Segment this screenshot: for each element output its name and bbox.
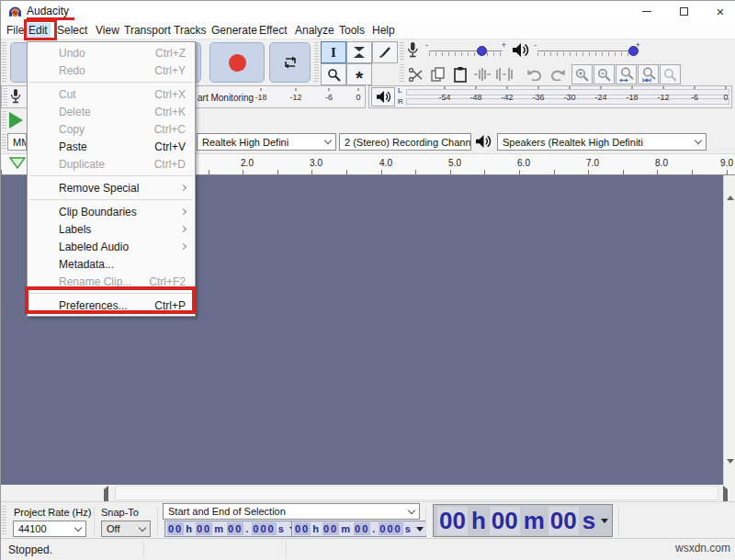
menuitem-preferences[interactable]: Preferences... Ctrl+P xyxy=(28,297,195,314)
scroll-up-icon[interactable] xyxy=(727,180,734,196)
time-digits[interactable]: 00 xyxy=(548,507,579,535)
zoom-in-button[interactable] xyxy=(571,64,593,84)
menuitem-label: Paste xyxy=(59,140,87,153)
menuitem-rename-clip[interactable]: Rename Clip... Ctrl+F2 xyxy=(28,273,195,290)
menuitem-labeled-audio[interactable]: Labeled Audio xyxy=(28,238,195,255)
zoom-in-icon xyxy=(575,68,589,82)
menu-analyze[interactable]: Analyze xyxy=(292,23,337,39)
menu-generate[interactable]: Generate xyxy=(209,23,260,39)
menu-select[interactable]: Select xyxy=(54,23,90,39)
trim-audio-button[interactable] xyxy=(471,64,492,84)
play-at-speed-button[interactable] xyxy=(9,112,23,129)
paste-button[interactable] xyxy=(449,64,470,84)
zoom-out-button[interactable] xyxy=(594,64,615,84)
time-digits[interactable]: 00 xyxy=(196,522,212,535)
playback-volume-knob[interactable] xyxy=(628,46,639,56)
scroll-down-icon[interactable] xyxy=(727,464,734,480)
time-digits[interactable]: 00 xyxy=(167,522,184,535)
menu-view[interactable]: View xyxy=(93,23,122,39)
audio-host-select[interactable]: MME xyxy=(7,133,27,151)
playback-meter-speaker-button[interactable] xyxy=(371,87,395,106)
selection-end-field[interactable]: 00 h 00 m 00 . 000 s xyxy=(291,521,426,537)
menuitem-redo[interactable]: Redo Ctrl+Y xyxy=(28,62,195,79)
field-dropdown-icon[interactable] xyxy=(416,527,424,532)
monitoring-label[interactable]: art Monitoring xyxy=(198,93,254,103)
loop-button[interactable] xyxy=(269,42,311,83)
menuitem-paste[interactable]: Paste Ctrl+V xyxy=(28,138,195,155)
close-button[interactable]: × xyxy=(705,1,735,21)
time-digits[interactable]: 000 xyxy=(252,522,276,535)
menuitem-remove-special[interactable]: Remove Special xyxy=(28,179,195,196)
selection-tool-button[interactable]: I xyxy=(321,41,346,63)
time-digits[interactable]: 00 xyxy=(322,522,339,535)
silence-audio-button[interactable] xyxy=(493,64,514,84)
meter-tick-label: -24 xyxy=(594,93,606,102)
time-digits[interactable]: 00 xyxy=(294,522,311,535)
pencil-icon xyxy=(379,46,391,59)
meter-tick-label: -30 xyxy=(563,93,575,102)
device-toolbar-grip[interactable] xyxy=(2,134,6,151)
menuitem-duplicate[interactable]: Duplicate Ctrl+D xyxy=(28,155,195,173)
menu-transport[interactable]: Transport xyxy=(121,23,174,39)
draw-tool-button[interactable] xyxy=(372,41,398,63)
play-at-speed-grip[interactable] xyxy=(2,111,6,129)
vertical-scrollbar[interactable] xyxy=(723,175,735,485)
time-digits[interactable]: 00 xyxy=(437,507,468,535)
menu-effect[interactable]: Effect xyxy=(256,23,289,39)
menu-tools[interactable]: Tools xyxy=(336,23,368,39)
menuitem-label: Duplicate xyxy=(59,158,105,171)
time-digits[interactable]: 000 xyxy=(379,522,402,535)
menu-help[interactable]: Help xyxy=(369,23,398,39)
zoom-selection-button[interactable] xyxy=(616,64,637,84)
selection-toolbar-grip[interactable] xyxy=(2,506,6,535)
playback-device-select[interactable]: Speakers (Realtek High Definiti xyxy=(497,133,707,151)
menuitem-cut[interactable]: Cut Ctrl+X xyxy=(28,85,195,103)
menuitem-copy[interactable]: Copy Ctrl+C xyxy=(28,120,195,138)
selection-mode-select[interactable]: Start and End of Selection xyxy=(163,503,420,520)
redo-button[interactable] xyxy=(547,64,570,84)
copy-button[interactable] xyxy=(427,64,448,84)
transport-toolbar-grip[interactable] xyxy=(2,42,6,83)
recording-device-select[interactable]: Realtek High Defini xyxy=(197,133,336,151)
envelope-tool-button[interactable] xyxy=(346,41,372,63)
tools-toolbar-grip[interactable] xyxy=(314,42,319,83)
edit-toolbar-grip[interactable] xyxy=(400,64,404,83)
menuitem-metadata[interactable]: Metadata... xyxy=(28,255,195,273)
playback-volume-slider[interactable]: - + xyxy=(534,39,640,62)
zoom-toggle-button[interactable] xyxy=(660,64,681,84)
selection-start-field[interactable]: 00 h 00 m 00 . 000 s xyxy=(164,521,300,537)
menu-file[interactable]: File xyxy=(4,23,27,39)
pinned-playhead-icon[interactable] xyxy=(9,157,26,169)
zoom-tool-button[interactable] xyxy=(321,63,346,85)
recording-meter-grip[interactable] xyxy=(3,88,7,106)
recording-volume-slider[interactable]: - + xyxy=(425,39,506,62)
maximize-button[interactable] xyxy=(668,1,699,21)
snap-to-select[interactable]: Off xyxy=(101,521,151,537)
menu-tracks[interactable]: Tracks xyxy=(171,23,209,39)
time-digits[interactable]: 00 xyxy=(490,507,520,535)
field-dropdown-icon[interactable] xyxy=(601,519,608,523)
recording-volume-knob[interactable] xyxy=(477,46,487,56)
menu-edit[interactable]: Edit xyxy=(26,23,51,39)
menuitem-undo[interactable]: Undo Ctrl+Z xyxy=(28,44,195,62)
undo-button[interactable] xyxy=(523,64,546,84)
recording-channels-select[interactable]: 2 (Stereo) Recording Chann xyxy=(339,133,471,151)
minimize-button[interactable] xyxy=(631,1,662,21)
audio-position-display[interactable]: 00 h 00 m 00 s xyxy=(433,504,613,537)
mixer-toolbar-grip[interactable] xyxy=(400,42,404,61)
record-button[interactable] xyxy=(209,42,265,83)
menuitem-delete[interactable]: Delete Ctrl+K xyxy=(28,103,195,120)
menuitem-clip-boundaries[interactable]: Clip Boundaries xyxy=(28,203,195,220)
horizontal-scrollbar[interactable] xyxy=(1,485,735,501)
multi-tool-button[interactable]: * xyxy=(346,63,372,85)
zoom-project-button[interactable] xyxy=(638,64,659,84)
time-digits[interactable]: 00 xyxy=(227,522,243,535)
menuitem-label: Redo xyxy=(59,64,85,77)
playback-meter[interactable]: L R -54 -48 -42 -36 -30 -24 -18 -12 -6 0 xyxy=(368,85,732,108)
scrollbar-track[interactable] xyxy=(115,486,718,500)
time-digits[interactable]: 00 xyxy=(354,522,370,535)
cut-button[interactable] xyxy=(405,64,426,84)
clipboard-icon xyxy=(454,67,467,83)
menuitem-labels[interactable]: Labels xyxy=(28,220,195,238)
project-rate-select[interactable]: 44100 xyxy=(13,521,86,537)
